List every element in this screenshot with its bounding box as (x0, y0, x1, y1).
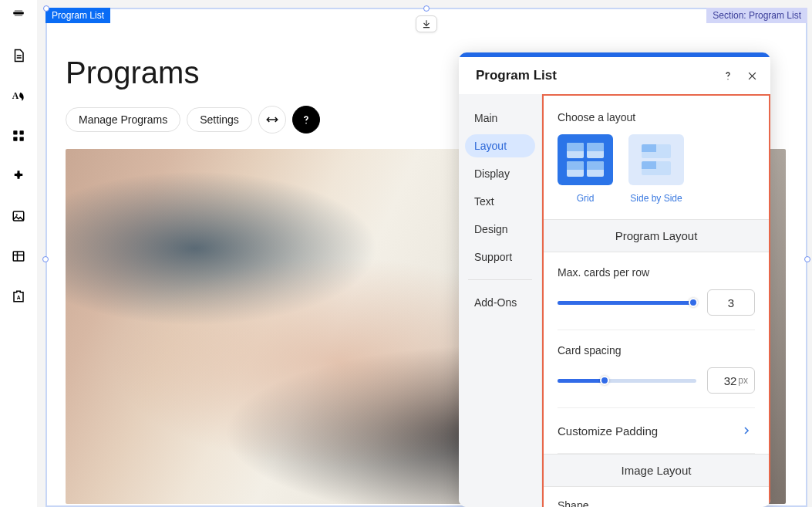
rail-business-icon[interactable]: A (9, 287, 28, 306)
sidebar-tab-support[interactable]: Support (465, 245, 535, 269)
max-cards-value[interactable]: 3 (707, 289, 755, 316)
card-spacing-slider[interactable] (558, 375, 696, 386)
svg-rect-2 (15, 10, 23, 12)
side-caption: Side by Side (628, 193, 684, 204)
card-spacing-label: Card spacing (558, 344, 755, 357)
rail-layers-icon[interactable] (9, 6, 28, 25)
rail-media-icon[interactable] (9, 207, 28, 225)
svg-rect-7 (20, 130, 24, 134)
chevron-right-icon (738, 422, 755, 439)
svg-point-11 (16, 214, 18, 215)
sidebar-tab-main[interactable]: Main (465, 106, 535, 130)
sidebar-tab-layout[interactable]: Layout (465, 134, 535, 157)
max-cards-slider[interactable] (558, 297, 696, 308)
svg-rect-8 (13, 137, 17, 141)
svg-rect-9 (20, 137, 24, 141)
sidebar-tab-text[interactable]: Text (465, 190, 535, 213)
svg-rect-6 (13, 130, 17, 134)
layout-option-side-by-side[interactable]: Side by Side (628, 134, 684, 204)
rail-data-icon[interactable] (9, 247, 28, 265)
customize-padding-row[interactable]: Customize Padding (558, 408, 755, 454)
svg-point-17 (727, 79, 728, 79)
layout-option-grid[interactable]: Grid (558, 134, 613, 204)
program-layout-header: Program Layout (544, 219, 769, 252)
choose-layout-label: Choose a layout (558, 111, 755, 123)
panel-title: Program List (476, 68, 557, 83)
customize-padding-label: Customize Padding (558, 424, 658, 438)
settings-button[interactable]: Settings (187, 107, 252, 132)
close-icon[interactable] (746, 70, 758, 82)
rail-theme-icon[interactable]: A (9, 86, 28, 105)
svg-rect-0 (13, 12, 24, 15)
slider-thumb[interactable] (600, 376, 609, 385)
svg-rect-12 (13, 252, 24, 261)
svg-text:A: A (17, 295, 21, 300)
side-preview-icon (628, 134, 684, 185)
panel-header: Program List (459, 57, 770, 94)
settings-panel: Program List Main Layout Display Text De… (459, 52, 770, 507)
svg-point-16 (305, 123, 307, 124)
editor-left-rail: A A (0, 0, 37, 507)
svg-rect-1 (15, 15, 23, 16)
card-spacing-value[interactable]: 32px (707, 367, 755, 394)
sidebar-tab-design[interactable]: Design (465, 218, 535, 241)
rail-addons-icon[interactable] (9, 167, 28, 185)
panel-main-content: Choose a layout Grid Side by Side (542, 94, 770, 507)
sidebar-tab-addons[interactable]: Add-Ons (465, 291, 535, 314)
max-cards-label: Max. cards per row (558, 266, 755, 279)
rail-apps-icon[interactable] (9, 127, 28, 145)
shape-label: Shape (558, 487, 755, 507)
grid-preview-icon (558, 134, 613, 185)
panel-sidebar: Main Layout Display Text Design Support … (459, 94, 542, 507)
svg-text:A: A (12, 91, 19, 101)
help-button[interactable] (292, 106, 320, 134)
slider-thumb[interactable] (689, 298, 698, 307)
grid-caption: Grid (558, 193, 613, 204)
manage-programs-button[interactable]: Manage Programs (66, 107, 180, 132)
rail-pages-icon[interactable] (9, 46, 28, 65)
stretch-button[interactable] (258, 106, 286, 134)
sidebar-tab-display[interactable]: Display (465, 162, 535, 185)
image-layout-header: Image Layout (544, 454, 769, 487)
panel-help-icon[interactable] (722, 69, 734, 82)
sidebar-divider (468, 279, 532, 280)
